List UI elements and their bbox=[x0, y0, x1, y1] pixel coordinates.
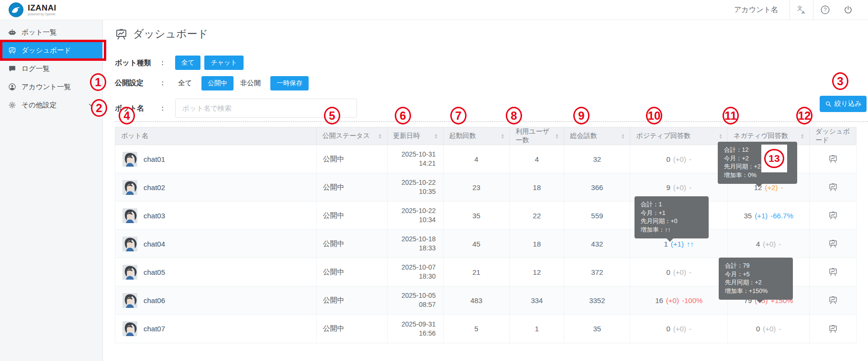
users-cell: 4 bbox=[510, 145, 564, 173]
account-name[interactable]: アカウント名 bbox=[734, 5, 778, 14]
negative-cell: 4(+0)- bbox=[728, 230, 810, 258]
visibility-private-option[interactable]: 非公開 bbox=[237, 76, 264, 90]
status-cell: 公開中 bbox=[317, 258, 388, 286]
bot-name-label: ボット名 bbox=[115, 104, 159, 113]
sort-icon[interactable]: ▴▾ bbox=[431, 133, 437, 139]
page-title: ダッシュボード bbox=[115, 27, 208, 41]
col-dashboard: ダッシュボード bbox=[810, 127, 856, 145]
bot-type-label: ボット種類 bbox=[115, 58, 159, 68]
bot-type-all-button[interactable]: 全て bbox=[175, 56, 200, 70]
bot-name: chat01 bbox=[144, 155, 165, 163]
sidebar-item-other-settings[interactable]: その他設定 bbox=[0, 97, 102, 113]
col-users: 利用ユーザー数▴▾ bbox=[510, 127, 564, 145]
sort-icon[interactable]: ▴▾ bbox=[552, 133, 558, 139]
sidebar-item-account-list[interactable]: アカウント一覧 bbox=[0, 79, 102, 95]
users-cell: 22 bbox=[510, 202, 564, 229]
sidebar-item-log-list[interactable]: ログ一覧 bbox=[0, 60, 102, 77]
row-dashboard-icon[interactable] bbox=[828, 324, 838, 334]
negative-cell: 0(+0)- bbox=[728, 315, 810, 343]
row-dashboard-icon[interactable] bbox=[828, 239, 838, 248]
filter-row-visibility: 公開設定 ： 全て 公開中 非公開 一時保存 bbox=[115, 76, 312, 90]
bot-avatar bbox=[122, 237, 137, 251]
gear-icon bbox=[8, 101, 16, 109]
launches-cell: 4 bbox=[444, 145, 510, 173]
bot-name: chat03 bbox=[144, 212, 165, 220]
brand-subtitle: powered by OpenAI bbox=[28, 13, 56, 16]
conversations-cell: 32 bbox=[564, 145, 630, 173]
dashboard-easel-icon bbox=[115, 28, 128, 41]
conversations-cell: 366 bbox=[564, 173, 630, 201]
users-cell: 1 bbox=[510, 315, 564, 343]
bot-name: chat06 bbox=[144, 296, 165, 305]
updated-cell: 2025-10-3114:21 bbox=[388, 145, 444, 173]
bot-avatar bbox=[122, 265, 137, 280]
updated-cell: 2025-10-0718:30 bbox=[388, 258, 444, 286]
bot-name-search-input[interactable] bbox=[175, 99, 357, 118]
conversations-cell: 35 bbox=[564, 315, 630, 343]
robot-icon bbox=[8, 28, 16, 36]
status-cell: 公開中 bbox=[317, 202, 388, 229]
brand-logo: IZANAI powered by OpenAI bbox=[9, 2, 56, 17]
users-cell: 12 bbox=[510, 258, 564, 286]
filter-row-bot-name: ボット名 ： bbox=[115, 99, 357, 118]
visibility-draft-button[interactable]: 一時保存 bbox=[270, 76, 309, 90]
sort-icon[interactable]: ▴▾ bbox=[716, 133, 722, 139]
row-dashboard-icon[interactable] bbox=[828, 182, 838, 192]
bot-avatar bbox=[122, 152, 137, 167]
top-bar: IZANAI powered by OpenAI アカウント名 bbox=[0, 0, 868, 20]
col-launches: 起動回数▴▾ bbox=[444, 127, 510, 145]
sidebar: ボット一覧 ダッシュボード ログ一覧 アカウント一覧 その他設定 bbox=[0, 20, 103, 361]
updated-cell: 2025-10-2210:34 bbox=[388, 202, 444, 229]
sidebar-item-bot-list[interactable]: ボット一覧 bbox=[0, 24, 102, 40]
positive-cell: 0(+0)- bbox=[630, 145, 728, 173]
updated-cell: 2025-10-2210:35 bbox=[388, 173, 444, 201]
launches-cell: 45 bbox=[444, 230, 510, 258]
bot-avatar bbox=[122, 293, 137, 308]
conversations-cell: 559 bbox=[564, 202, 630, 229]
sidebar-item-dashboard[interactable]: ダッシュボード bbox=[0, 42, 102, 58]
sort-icon[interactable]: ▴▾ bbox=[618, 133, 624, 139]
dotted-divider bbox=[115, 121, 868, 122]
bot-type-chat-button[interactable]: チャット bbox=[204, 56, 243, 70]
positive-cell: 16(+0)-100% bbox=[630, 286, 728, 314]
bot-avatar bbox=[122, 208, 137, 223]
annotation-13: 13 bbox=[764, 149, 784, 168]
col-updated: 更新日時▴▾ bbox=[388, 127, 444, 145]
row-dashboard-icon[interactable] bbox=[828, 267, 838, 277]
row-dashboard-icon[interactable] bbox=[828, 154, 838, 164]
updated-cell: 2025-10-0508:57 bbox=[388, 286, 444, 314]
sort-icon[interactable]: ▴▾ bbox=[375, 133, 381, 139]
updated-cell: 2025-09-3116:56 bbox=[388, 315, 444, 343]
sort-icon[interactable]: ▴▾ bbox=[498, 133, 504, 139]
izanai-logo-icon bbox=[9, 2, 23, 17]
translate-icon[interactable] bbox=[790, 0, 813, 20]
row-dashboard-icon[interactable] bbox=[828, 211, 838, 220]
status-cell: 公開中 bbox=[317, 173, 388, 201]
visibility-label: 公開設定 bbox=[115, 79, 159, 88]
conversations-cell: 3352 bbox=[564, 286, 630, 314]
bot-name: chat07 bbox=[144, 325, 165, 333]
status-cell: 公開中 bbox=[317, 286, 388, 314]
logout-power-icon[interactable] bbox=[836, 0, 859, 20]
table-row-chat04: chat04 公開中 2025-10-1818:33 45 18 432 1(+… bbox=[115, 230, 856, 258]
brand-name: IZANAI bbox=[28, 4, 56, 12]
updated-cell: 2025-10-1818:33 bbox=[388, 230, 444, 258]
status-cell: 公開中 bbox=[317, 315, 388, 343]
col-conversations: 総会話数▴▾ bbox=[564, 127, 630, 145]
visibility-all-option[interactable]: 全て bbox=[175, 76, 195, 90]
users-cell: 18 bbox=[510, 230, 564, 258]
bot-avatar bbox=[122, 321, 137, 336]
filter-search-button[interactable]: 絞り込み bbox=[820, 96, 867, 112]
users-cell: 18 bbox=[510, 173, 564, 201]
positive-cell: 0(+0)- bbox=[630, 258, 728, 286]
conversations-cell: 432 bbox=[564, 230, 630, 258]
annotation-3: 3 bbox=[832, 72, 848, 90]
launches-cell: 483 bbox=[444, 286, 510, 314]
row-dashboard-icon[interactable] bbox=[828, 295, 838, 305]
help-icon[interactable] bbox=[813, 0, 836, 20]
chevron-down-icon[interactable] bbox=[88, 102, 94, 108]
sort-icon[interactable]: ▴▾ bbox=[798, 133, 804, 139]
col-status: 公開ステータス▴▾ bbox=[317, 127, 388, 145]
launches-cell: 35 bbox=[444, 202, 510, 229]
visibility-public-button[interactable]: 公開中 bbox=[201, 76, 234, 90]
